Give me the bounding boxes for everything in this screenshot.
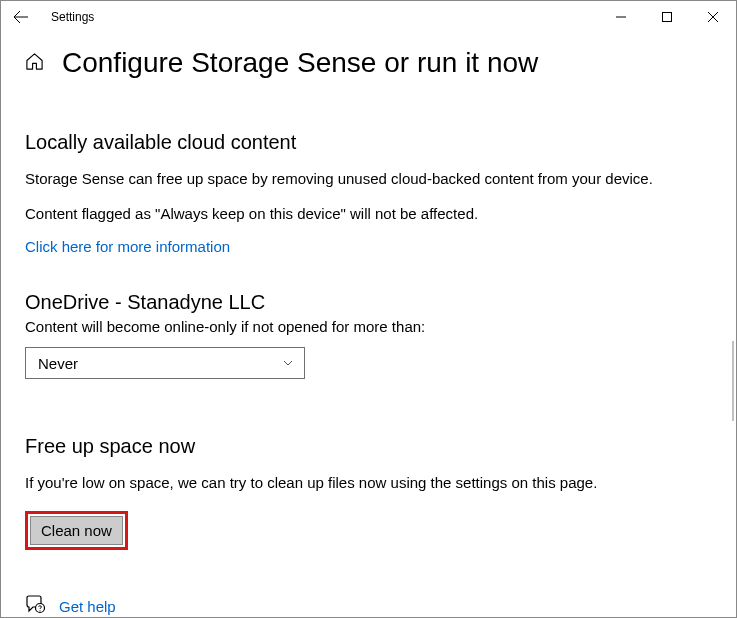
help-row: Get help [25,594,712,618]
svg-rect-0 [663,13,672,22]
back-button[interactable] [1,1,41,33]
chevron-down-icon [282,357,294,369]
close-button[interactable] [690,1,736,33]
clean-now-highlight: Clean now [25,511,128,550]
minimize-icon [616,12,626,22]
cloud-content-line1: Storage Sense can free up space by remov… [25,168,712,189]
back-arrow-icon [13,9,29,25]
free-up-heading: Free up space now [25,435,712,458]
help-icon [25,594,45,618]
scrollbar[interactable] [732,341,734,421]
clean-now-button[interactable]: Clean now [30,516,123,545]
cloud-content-line2: Content flagged as "Always keep on this … [25,203,712,224]
cloud-content-heading: Locally available cloud content [25,131,712,154]
select-value: Never [38,355,78,372]
minimize-button[interactable] [598,1,644,33]
maximize-button[interactable] [644,1,690,33]
titlebar: Settings [1,1,736,33]
content-area: Locally available cloud content Storage … [1,131,736,618]
free-up-description: If you're low on space, we can try to cl… [25,472,712,493]
window-title: Settings [51,10,94,24]
get-help-link[interactable]: Get help [59,598,116,615]
onedrive-description: Content will become online-only if not o… [25,318,712,335]
window-controls [598,1,736,33]
onedrive-threshold-select[interactable]: Never [25,347,305,379]
close-icon [708,12,718,22]
page-title: Configure Storage Sense or run it now [62,47,538,79]
svg-point-2 [39,610,40,611]
more-info-link[interactable]: Click here for more information [25,238,230,255]
page-header: Configure Storage Sense or run it now [1,33,736,89]
home-icon[interactable] [25,52,44,75]
maximize-icon [662,12,672,22]
onedrive-heading: OneDrive - Stanadyne LLC [25,291,712,314]
